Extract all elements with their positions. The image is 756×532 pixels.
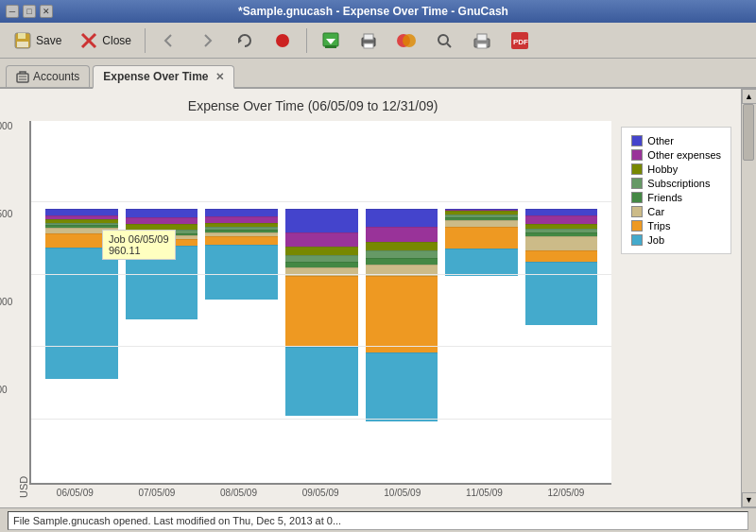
svg-rect-9 bbox=[325, 45, 336, 48]
save-icon bbox=[12, 30, 33, 51]
svg-rect-12 bbox=[364, 43, 373, 48]
bars-group bbox=[36, 126, 607, 483]
tooltip-line1: Job 06/05/09 bbox=[109, 233, 169, 245]
bar-segment-subscriptions bbox=[366, 250, 438, 258]
grid-line-500 bbox=[31, 419, 611, 420]
bar-segment-job bbox=[445, 249, 518, 276]
status-text: File Sample.gnucash opened. Last modifie… bbox=[13, 515, 341, 526]
legend-color-swatch bbox=[631, 206, 643, 217]
window-title: *Sample.gnucash - Expense Over Time - Gn… bbox=[238, 5, 508, 18]
export-button[interactable] bbox=[389, 27, 423, 54]
toolbar-sep-2 bbox=[306, 28, 307, 53]
export-icon bbox=[396, 30, 417, 51]
bar-segment-other bbox=[366, 209, 438, 227]
tab-accounts-label: Accounts bbox=[33, 70, 79, 83]
y-labels: 2000 1500 1000 500 0 bbox=[0, 121, 12, 483]
find-button[interactable] bbox=[427, 27, 461, 54]
refresh-icon bbox=[234, 30, 255, 51]
x-label: 10/05/09 bbox=[369, 488, 436, 498]
minimize-button[interactable]: ─ bbox=[6, 5, 19, 18]
legend-item: Hobby bbox=[631, 163, 721, 175]
close-window-button[interactable]: ✕ bbox=[40, 5, 53, 18]
bar-segment-job bbox=[205, 245, 278, 300]
legend-color-swatch bbox=[631, 234, 643, 246]
bar-segment-other bbox=[285, 209, 358, 232]
bar-segment-trips bbox=[445, 227, 518, 249]
print2-button[interactable] bbox=[465, 27, 499, 54]
back-button[interactable] bbox=[152, 27, 186, 54]
bar-segment-friends bbox=[366, 258, 438, 265]
legend: OtherOther expensesHobbySubscriptionsFri… bbox=[621, 127, 731, 254]
x-label: 07/05/09 bbox=[124, 488, 190, 498]
restore-button[interactable]: □ bbox=[23, 5, 36, 18]
legend-color-swatch bbox=[631, 163, 643, 175]
pdf-button[interactable]: PDF bbox=[503, 27, 537, 54]
grid-line-2000 bbox=[31, 201, 611, 202]
print-button[interactable] bbox=[352, 27, 386, 54]
x-label: 06/05/09 bbox=[42, 488, 108, 498]
scroll-thumb[interactable] bbox=[743, 104, 754, 161]
legend-item: Other expenses bbox=[631, 149, 721, 161]
legend-color-swatch bbox=[631, 149, 643, 161]
save-label: Save bbox=[36, 34, 61, 47]
bar-segment-car bbox=[445, 220, 518, 227]
tooltip-line2: 960.11 bbox=[109, 245, 169, 256]
scroll-up-button[interactable]: ▲ bbox=[742, 89, 757, 104]
find-icon bbox=[434, 30, 455, 51]
close-label: Close bbox=[102, 34, 131, 47]
svg-point-6 bbox=[276, 34, 289, 47]
bar-segment-subscriptions bbox=[285, 255, 358, 262]
svg-rect-19 bbox=[477, 43, 487, 48]
main-content: Expense Over Time (06/05/09 to 12/31/09)… bbox=[0, 89, 756, 507]
save-button[interactable]: Save bbox=[6, 27, 68, 54]
forward-button[interactable] bbox=[190, 27, 224, 54]
download-icon bbox=[320, 30, 341, 51]
scroll-down-button[interactable]: ▼ bbox=[742, 492, 757, 507]
chart-plot: 2000 1500 1000 500 0 Job 06/05 bbox=[29, 121, 611, 498]
tab-accounts[interactable]: Accounts bbox=[6, 65, 90, 87]
x-labels: 06/05/0907/05/0908/05/0909/05/0910/05/09… bbox=[29, 485, 611, 498]
tab-expense-over-time[interactable]: Expense Over Time ✕ bbox=[93, 65, 233, 89]
legend-color-swatch bbox=[631, 192, 643, 203]
chart-title: Expense Over Time (06/05/09 to 12/31/09) bbox=[14, 98, 611, 113]
download-button[interactable] bbox=[314, 27, 348, 54]
bar-segment-hobby bbox=[285, 247, 358, 255]
tooltip: Job 06/05/09 960.11 bbox=[102, 230, 176, 260]
legend-label: Friends bbox=[647, 192, 682, 203]
legend-item: Friends bbox=[631, 192, 721, 203]
legend-item: Job bbox=[631, 234, 721, 246]
bar-segment-other-expenses bbox=[126, 217, 198, 224]
title-bar: ─ □ ✕ *Sample.gnucash - Expense Over Tim… bbox=[0, 0, 756, 23]
y-axis-label: USD bbox=[14, 121, 29, 498]
bar-segment-other bbox=[126, 209, 198, 217]
svg-rect-11 bbox=[364, 34, 373, 40]
tab-expense-label: Expense Over Time bbox=[103, 70, 208, 83]
refresh-button[interactable] bbox=[228, 27, 262, 54]
print-icon bbox=[358, 30, 379, 51]
grid-line-1000 bbox=[31, 346, 611, 347]
printer-icon bbox=[472, 30, 492, 51]
bar-segment-job bbox=[525, 262, 598, 325]
close-button[interactable]: Close bbox=[72, 27, 138, 54]
toolbar: Save Close bbox=[0, 23, 756, 59]
legend-label: Subscriptions bbox=[647, 178, 710, 189]
bar-segment-job bbox=[45, 248, 118, 379]
status-text-container: File Sample.gnucash opened. Last modifie… bbox=[8, 511, 748, 530]
scroll-track[interactable] bbox=[742, 104, 756, 492]
tab-close-button[interactable]: ✕ bbox=[215, 71, 224, 83]
bar-segment-trips bbox=[205, 236, 278, 245]
legend-item: Trips bbox=[631, 220, 721, 232]
legend-label: Car bbox=[647, 206, 664, 217]
bar-segment-other-expenses bbox=[525, 215, 598, 224]
bar-segment-trips bbox=[525, 250, 598, 262]
bar-segment-other bbox=[525, 209, 598, 215]
status-bar: File Sample.gnucash opened. Last modifie… bbox=[0, 507, 756, 532]
bar-segment-other-expenses bbox=[366, 227, 438, 242]
svg-point-14 bbox=[403, 34, 416, 47]
svg-point-15 bbox=[438, 35, 448, 44]
legend-label: Other expenses bbox=[647, 149, 721, 161]
x-label: 08/05/09 bbox=[206, 488, 272, 498]
scrollbar[interactable]: ▲ ▼ bbox=[741, 89, 756, 507]
record-button[interactable] bbox=[266, 27, 300, 54]
legend-color-swatch bbox=[631, 220, 643, 232]
